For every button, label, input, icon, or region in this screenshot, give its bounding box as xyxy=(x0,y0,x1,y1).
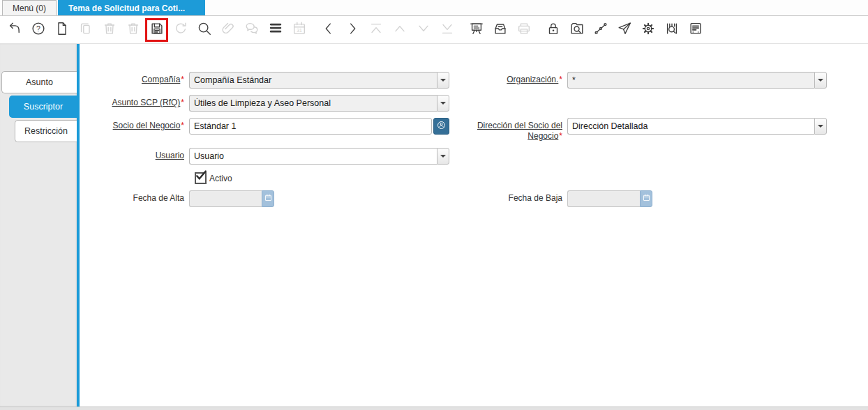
process-button[interactable] xyxy=(639,21,657,39)
asunto-scp-input[interactable] xyxy=(189,95,437,112)
form-panel: Compañía* Organización.* Asunto SCP (RfQ… xyxy=(80,44,868,407)
print-button xyxy=(515,21,532,39)
quick-form-button[interactable] xyxy=(687,21,704,39)
checkmark-icon xyxy=(193,172,208,185)
workflow-button[interactable] xyxy=(592,21,609,39)
tab-menu[interactable]: Menú (0) xyxy=(2,0,57,15)
previous-record-button[interactable] xyxy=(320,21,337,39)
usuario-input[interactable] xyxy=(189,148,437,165)
first-record-icon xyxy=(368,21,384,38)
chevron-down-icon xyxy=(818,79,823,82)
sidebar-tab-restriccion-label: Restricción xyxy=(24,126,68,136)
activo-checkbox[interactable] xyxy=(195,172,207,184)
lock-button[interactable] xyxy=(544,21,562,39)
report-button[interactable] xyxy=(467,21,485,39)
tab-menu-label: Menú (0) xyxy=(13,3,46,13)
organizacion-combobox xyxy=(567,72,827,89)
undo-button[interactable] xyxy=(6,21,23,39)
requests-button[interactable] xyxy=(615,21,633,39)
organizacion-dropdown-button[interactable] xyxy=(814,72,827,89)
usuario-label-link[interactable]: Usuario xyxy=(156,151,184,160)
direccion-dropdown-button[interactable] xyxy=(814,118,827,135)
chevron-down-icon xyxy=(440,155,446,158)
sidebar-tab-asunto[interactable]: Asunto xyxy=(1,71,77,93)
socio-field xyxy=(189,118,449,135)
next-record-button[interactable] xyxy=(343,21,361,39)
organizacion-label-link[interactable]: Organización. xyxy=(507,75,558,84)
process-icon xyxy=(641,21,656,38)
zoom-across-icon xyxy=(569,21,585,38)
report-icon xyxy=(469,21,484,38)
tab-tema-de-solicitud[interactable]: Tema de Solicitud para Coti... xyxy=(58,0,205,15)
next-record-icon xyxy=(345,21,360,38)
compania-dropdown-button[interactable] xyxy=(437,72,449,89)
detail-record-button xyxy=(414,21,432,39)
subscriber-form: Compañía* Organización.* Asunto SCP (RfQ… xyxy=(80,72,868,207)
compania-combobox xyxy=(189,72,449,89)
grid-toggle-button[interactable] xyxy=(267,21,284,39)
compania-label-link[interactable]: Compañía xyxy=(142,75,180,84)
direccion-input[interactable] xyxy=(567,118,814,135)
new-record-button[interactable] xyxy=(53,21,70,39)
save-button[interactable] xyxy=(148,21,165,39)
asunto-scp-dropdown-button[interactable] xyxy=(437,95,449,112)
sidebar-tab-restriccion[interactable]: Restricción xyxy=(15,120,77,142)
new-record-icon xyxy=(54,21,70,38)
window-tab-bar: Menú (0) Tema de Solicitud para Coti... xyxy=(0,0,868,16)
requests-icon xyxy=(617,21,632,38)
product-info-icon xyxy=(664,21,680,38)
content-area: Asunto Suscriptor Restricción Compañía* … xyxy=(0,44,868,407)
sidebar-tab-suscriptor[interactable]: Suscriptor xyxy=(9,96,77,118)
compania-label: Compañía* xyxy=(80,72,184,85)
calendar-icon xyxy=(292,21,307,38)
delete-selection-button xyxy=(124,21,142,39)
socio-label-link[interactable]: Socio del Negocio xyxy=(113,121,181,130)
chevron-down-icon xyxy=(440,79,446,82)
help-button[interactable] xyxy=(29,21,47,39)
previous-record-icon xyxy=(321,21,336,38)
detail-tab-sidebar: Asunto Suscriptor Restricción xyxy=(0,44,77,407)
close-tab-icon[interactable] xyxy=(190,3,200,13)
archive-icon xyxy=(493,21,508,38)
parent-record-icon xyxy=(392,21,407,38)
compania-required-marker: * xyxy=(181,75,184,84)
fecha-alta-calendar-button[interactable] xyxy=(262,190,274,207)
fecha-baja-label: Fecha de Baja xyxy=(454,190,562,204)
find-icon xyxy=(197,21,212,38)
asunto-scp-label-link[interactable]: Asunto SCP (RfQ) xyxy=(112,98,181,107)
status-bar xyxy=(0,407,868,410)
activo-label: Activo xyxy=(209,174,232,183)
fecha-alta-input[interactable] xyxy=(189,190,262,207)
business-partner-info-button[interactable] xyxy=(433,118,449,135)
copy-record-icon xyxy=(78,21,93,38)
fecha-baja-input[interactable] xyxy=(567,190,640,207)
refresh-button xyxy=(172,21,189,39)
asunto-scp-required-marker: * xyxy=(181,98,184,107)
find-button[interactable] xyxy=(195,21,213,39)
usuario-dropdown-button[interactable] xyxy=(437,148,449,165)
asunto-scp-label: Asunto SCP (RfQ)* xyxy=(80,95,184,108)
product-info-button[interactable] xyxy=(663,21,680,39)
socio-input[interactable] xyxy=(189,118,432,135)
zoom-across-button[interactable] xyxy=(568,21,585,39)
archive-button[interactable] xyxy=(491,21,509,39)
toolbar xyxy=(0,16,868,44)
sidebar-tab-asunto-label: Asunto xyxy=(26,77,53,87)
asunto-scp-combobox xyxy=(189,95,449,112)
save-icon xyxy=(149,21,165,38)
refresh-icon xyxy=(173,21,188,38)
fecha-alta-field xyxy=(189,190,449,207)
compania-input[interactable] xyxy=(189,72,437,89)
delete-record-button xyxy=(100,21,118,39)
print-icon xyxy=(516,21,532,38)
chat-button xyxy=(243,21,260,39)
direccion-label-link[interactable]: Dirección del Socio del Negocio xyxy=(477,121,562,141)
organizacion-input[interactable] xyxy=(567,72,814,89)
first-record-button xyxy=(367,21,384,39)
grid-toggle-icon xyxy=(268,21,283,38)
chat-icon xyxy=(244,21,260,38)
tab-tema-label: Tema de Solicitud para Coti... xyxy=(68,3,185,13)
usuario-combobox xyxy=(189,148,449,165)
sidebar-tab-suscriptor-label: Suscriptor xyxy=(24,102,63,112)
fecha-baja-calendar-button[interactable] xyxy=(640,190,652,207)
